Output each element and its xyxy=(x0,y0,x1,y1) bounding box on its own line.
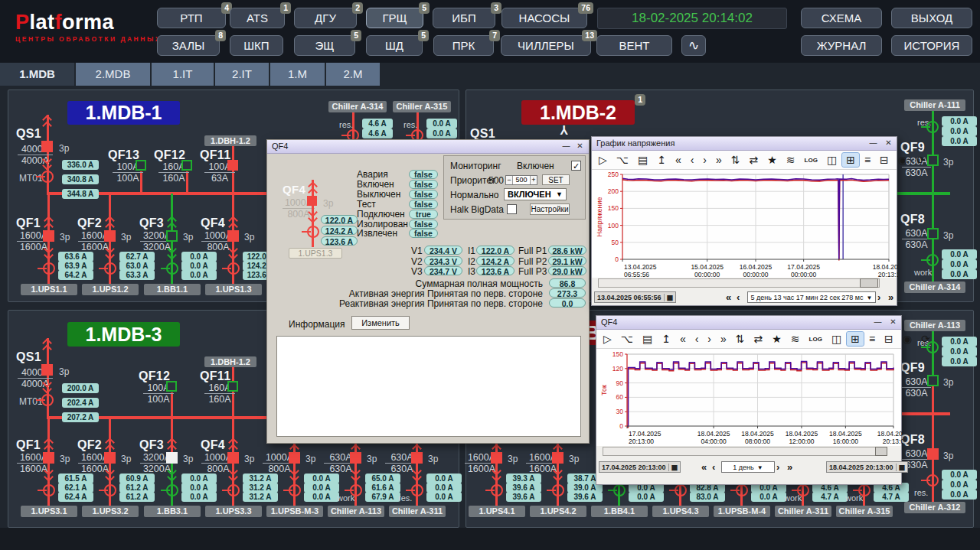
equipment-label[interactable]: 1.UPSB-M-4 xyxy=(714,506,770,517)
breaker-red[interactable] xyxy=(307,196,317,206)
window-titlebar[interactable]: QF4—✕ xyxy=(596,316,901,330)
equipment-label[interactable]: 1.BB1.1 xyxy=(144,284,201,295)
nav-button-насосы[interactable]: НАСОСЫ76 xyxy=(501,8,587,28)
favorites-icon[interactable]: ★ xyxy=(768,332,786,346)
breaker-green[interactable] xyxy=(927,228,939,239)
nav-button-прк[interactable]: ПРК7 xyxy=(433,35,494,56)
window-titlebar[interactable]: График напряжения—✕ xyxy=(592,137,897,151)
step-backward-icon[interactable]: ‹ xyxy=(737,291,740,304)
breaker-red[interactable] xyxy=(227,230,239,242)
breaker-red[interactable] xyxy=(227,452,239,464)
normal-state-select[interactable]: ВКЛЮЧЕН▼ xyxy=(504,188,567,200)
equipment-label[interactable]: 1.UPSB-M-3 xyxy=(266,506,323,517)
breaker-red[interactable] xyxy=(227,160,238,171)
equipment-label[interactable]: Chiller A-113 xyxy=(904,320,965,331)
breaker-green[interactable] xyxy=(181,160,192,171)
table-icon[interactable]: ▤ xyxy=(639,332,656,346)
fast-backward-icon[interactable]: « xyxy=(671,153,685,167)
nav-button-чиллеры[interactable]: ЧИЛЛЕРЫ13 xyxy=(501,35,591,56)
nav-button-эщ[interactable]: ЭЩ5 xyxy=(294,35,355,56)
breaker-red[interactable] xyxy=(552,452,564,464)
zoom-vertical-icon[interactable]: ⇅ xyxy=(727,153,744,167)
step-forward-icon[interactable]: › xyxy=(699,153,710,167)
fast-forward-icon[interactable]: » xyxy=(717,332,730,346)
nav-button-вент[interactable]: ВЕНТ xyxy=(596,35,672,56)
breaker-red[interactable] xyxy=(43,452,54,464)
play-icon[interactable]: ▷ xyxy=(599,332,616,346)
close-icon[interactable]: ✕ xyxy=(883,138,894,148)
step-backward-icon[interactable]: ‹ xyxy=(691,332,703,346)
nav-button-шкп[interactable]: ШКП xyxy=(230,35,283,56)
hierarchy-icon[interactable]: ⌥ xyxy=(612,153,632,167)
tab-1.it[interactable]: 1.IT xyxy=(152,63,214,86)
nav-button-ats[interactable]: ATS1 xyxy=(230,8,285,28)
set-button[interactable]: SET xyxy=(542,174,570,185)
minimize-icon[interactable]: — xyxy=(560,142,572,151)
breaker-red[interactable] xyxy=(104,452,116,464)
edit-button[interactable]: Изменить xyxy=(351,316,410,330)
breaker-green[interactable] xyxy=(227,381,238,392)
print-icon[interactable]: ⊟ xyxy=(880,332,897,346)
equipment-label[interactable]: 1.UPS4.3 xyxy=(652,506,709,517)
close-icon[interactable]: ✕ xyxy=(887,317,899,327)
panel-title[interactable]: 1.MDB-1 xyxy=(67,101,180,125)
nav-button-дгу[interactable]: ДГУ2 xyxy=(294,8,357,28)
trend-monitor-icon[interactable]: ∿ xyxy=(681,35,706,56)
refresh-icon[interactable]: ⟳ xyxy=(913,153,929,167)
snapshot-icon[interactable]: ◉ xyxy=(899,332,916,346)
minimize-icon[interactable]: — xyxy=(872,317,884,327)
log-scale-icon[interactable]: LOG xyxy=(801,156,822,164)
legend-icon[interactable]: ≡ xyxy=(861,153,874,167)
breaker-green[interactable] xyxy=(136,160,146,171)
equipment-label[interactable]: 1.DBH-1.2 xyxy=(204,135,256,146)
tab-1.mdb[interactable]: 1.MDB xyxy=(0,63,74,86)
fast-forward-icon[interactable]: » xyxy=(787,461,792,474)
step-forward-icon[interactable]: › xyxy=(776,461,779,474)
nav-button-схема[interactable]: СХЕМА xyxy=(801,8,882,28)
equipment-label[interactable]: Chiller A-314 xyxy=(904,282,965,293)
fast-backward-icon[interactable]: « xyxy=(701,461,707,474)
equipment-label[interactable]: 1.UPS1.2 xyxy=(82,284,139,295)
equipment-label[interactable]: 1.UPS1.3 xyxy=(205,284,262,295)
split-view-icon[interactable]: ◫ xyxy=(823,153,841,167)
close-icon[interactable]: ✕ xyxy=(574,142,586,151)
zoom-horizontal-icon[interactable]: ⇄ xyxy=(746,153,763,167)
nav-button-ртп[interactable]: РТП4 xyxy=(157,8,226,28)
equipment-label[interactable]: 1.UPS4.1 xyxy=(469,506,525,517)
scrollbar-thumb[interactable] xyxy=(860,278,878,288)
end-date-box[interactable]: 18.04.2025 20:13:00▦ xyxy=(826,461,908,473)
breaker-red[interactable] xyxy=(927,448,939,460)
split-view-icon[interactable]: ◫ xyxy=(828,332,845,346)
equipment-label[interactable]: 1.UPS3.1 xyxy=(21,506,77,517)
start-date-box[interactable]: 13.04.2025 06:55:56▦ xyxy=(594,291,676,303)
breaker-red[interactable] xyxy=(41,141,53,152)
equipment-label[interactable]: Chiller A-314 xyxy=(328,101,387,112)
zoom-vertical-icon[interactable]: ⇅ xyxy=(732,332,749,346)
breaker-red[interactable] xyxy=(491,452,502,464)
log-scale-icon[interactable]: LOG xyxy=(805,335,826,343)
curves-icon[interactable]: ≋ xyxy=(787,332,804,346)
export-icon[interactable]: ↥ xyxy=(653,153,670,167)
equipment-label[interactable]: Chiller A-311 xyxy=(389,506,446,517)
equipment-label[interactable]: Chiller A-111 xyxy=(904,99,965,111)
nav-button-залы[interactable]: ЗАЛЫ8 xyxy=(157,35,220,56)
equipment-label[interactable]: 1.UPS3.3 xyxy=(205,506,262,517)
breaker-green[interactable] xyxy=(166,381,177,392)
hierarchy-icon[interactable]: ⌥ xyxy=(617,332,637,346)
snapshot-icon[interactable]: ◉ xyxy=(894,153,911,167)
breaker-green[interactable] xyxy=(166,230,178,242)
zoom-horizontal-icon[interactable]: ⇄ xyxy=(750,332,767,346)
breaker-red[interactable] xyxy=(43,230,54,242)
time-range-select[interactable]: 1 день▼ xyxy=(721,461,775,473)
panel-title[interactable]: 1.MDB-21 xyxy=(521,100,635,125)
start-date-box[interactable]: 17.04.2025 20:13:00▦ xyxy=(599,461,681,473)
fast-backward-icon[interactable]: « xyxy=(726,291,731,304)
grid-view-icon[interactable]: ⊞ xyxy=(847,332,864,346)
equipment-label[interactable]: Chiller A-113 xyxy=(328,506,384,517)
time-scrollbar[interactable] xyxy=(598,278,880,288)
info-textarea[interactable] xyxy=(276,336,581,437)
step-forward-icon[interactable]: › xyxy=(877,291,880,304)
breaker-red[interactable] xyxy=(104,230,116,242)
grid-view-icon[interactable]: ⊞ xyxy=(842,153,859,167)
nav-button-ибп[interactable]: ИБП3 xyxy=(433,8,495,28)
